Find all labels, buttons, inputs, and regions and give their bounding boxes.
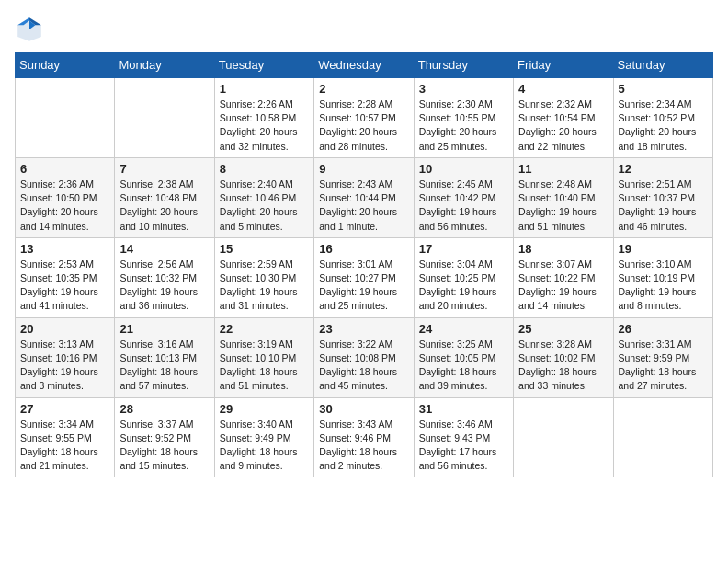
weekday-header-thursday: Thursday: [414, 52, 513, 78]
day-info: Sunrise: 3:13 AM Sunset: 10:16 PM Daylig…: [20, 338, 109, 394]
day-number: 11: [518, 162, 608, 176]
day-cell: 26Sunrise: 3:31 AM Sunset: 9:59 PM Dayli…: [613, 317, 712, 397]
weekday-header-friday: Friday: [514, 52, 613, 78]
day-cell: [514, 397, 613, 477]
week-row-1: 1Sunrise: 2:26 AM Sunset: 10:58 PM Dayli…: [16, 78, 713, 158]
day-cell: [16, 78, 115, 158]
weekday-header-tuesday: Tuesday: [214, 52, 313, 78]
day-number: 20: [20, 322, 109, 336]
day-number: 14: [119, 242, 209, 256]
day-number: 2: [319, 82, 408, 96]
day-info: Sunrise: 2:48 AM Sunset: 10:40 PM Daylig…: [518, 178, 608, 234]
day-number: 4: [518, 82, 608, 96]
day-number: 1: [220, 82, 309, 96]
weekday-header-sunday: Sunday: [16, 52, 115, 78]
day-cell: 7Sunrise: 2:38 AM Sunset: 10:48 PM Dayli…: [115, 157, 214, 237]
day-number: 15: [220, 242, 309, 256]
weekday-header-monday: Monday: [115, 52, 214, 78]
day-number: 3: [419, 82, 508, 96]
day-number: 25: [518, 322, 608, 336]
calendar: SundayMondayTuesdayWednesdayThursdayFrid…: [15, 52, 713, 477]
day-info: Sunrise: 3:07 AM Sunset: 10:22 PM Daylig…: [518, 258, 608, 314]
day-cell: 25Sunrise: 3:28 AM Sunset: 10:02 PM Dayl…: [514, 317, 613, 397]
day-cell: 22Sunrise: 3:19 AM Sunset: 10:10 PM Dayl…: [214, 317, 313, 397]
day-number: 21: [119, 322, 209, 336]
day-cell: 4Sunrise: 2:32 AM Sunset: 10:54 PM Dayli…: [514, 78, 613, 158]
day-info: Sunrise: 2:45 AM Sunset: 10:42 PM Daylig…: [419, 178, 508, 234]
day-cell: 30Sunrise: 3:43 AM Sunset: 9:46 PM Dayli…: [314, 397, 414, 477]
day-cell: 3Sunrise: 2:30 AM Sunset: 10:55 PM Dayli…: [414, 78, 513, 158]
day-cell: [613, 397, 712, 477]
day-number: 26: [619, 322, 708, 336]
day-cell: 20Sunrise: 3:13 AM Sunset: 10:16 PM Dayl…: [16, 317, 115, 397]
day-number: 23: [319, 322, 408, 336]
header: [15, 15, 713, 44]
day-info: Sunrise: 3:31 AM Sunset: 9:59 PM Dayligh…: [619, 338, 708, 394]
day-info: Sunrise: 3:37 AM Sunset: 9:52 PM Dayligh…: [119, 418, 209, 474]
day-number: 22: [220, 322, 309, 336]
weekday-header-saturday: Saturday: [613, 52, 712, 78]
day-info: Sunrise: 2:28 AM Sunset: 10:57 PM Daylig…: [319, 98, 408, 154]
day-cell: 6Sunrise: 2:36 AM Sunset: 10:50 PM Dayli…: [16, 157, 115, 237]
day-number: 17: [419, 242, 508, 256]
day-cell: 15Sunrise: 2:59 AM Sunset: 10:30 PM Dayl…: [214, 237, 313, 317]
day-cell: 11Sunrise: 2:48 AM Sunset: 10:40 PM Dayl…: [514, 157, 613, 237]
day-info: Sunrise: 2:43 AM Sunset: 10:44 PM Daylig…: [319, 178, 408, 234]
week-row-3: 13Sunrise: 2:53 AM Sunset: 10:35 PM Dayl…: [16, 237, 713, 317]
day-cell: 27Sunrise: 3:34 AM Sunset: 9:55 PM Dayli…: [16, 397, 115, 477]
day-number: 7: [119, 162, 209, 176]
day-cell: 24Sunrise: 3:25 AM Sunset: 10:05 PM Dayl…: [414, 317, 513, 397]
day-cell: 23Sunrise: 3:22 AM Sunset: 10:08 PM Dayl…: [314, 317, 414, 397]
weekday-header-wednesday: Wednesday: [314, 52, 414, 78]
day-cell: 14Sunrise: 2:56 AM Sunset: 10:32 PM Dayl…: [115, 237, 214, 317]
day-number: 30: [319, 402, 408, 416]
day-number: 31: [419, 402, 508, 416]
day-number: 12: [619, 162, 708, 176]
day-cell: 19Sunrise: 3:10 AM Sunset: 10:19 PM Dayl…: [613, 237, 712, 317]
day-number: 13: [20, 242, 109, 256]
day-info: Sunrise: 2:32 AM Sunset: 10:54 PM Daylig…: [518, 98, 608, 154]
day-info: Sunrise: 3:34 AM Sunset: 9:55 PM Dayligh…: [20, 418, 109, 474]
day-number: 10: [419, 162, 508, 176]
day-cell: 2Sunrise: 2:28 AM Sunset: 10:57 PM Dayli…: [314, 78, 414, 158]
day-info: Sunrise: 3:43 AM Sunset: 9:46 PM Dayligh…: [319, 418, 408, 474]
day-info: Sunrise: 3:04 AM Sunset: 10:25 PM Daylig…: [419, 258, 508, 314]
day-cell: 12Sunrise: 2:51 AM Sunset: 10:37 PM Dayl…: [613, 157, 712, 237]
day-number: 27: [20, 402, 109, 416]
day-cell: 5Sunrise: 2:34 AM Sunset: 10:52 PM Dayli…: [613, 78, 712, 158]
day-info: Sunrise: 3:19 AM Sunset: 10:10 PM Daylig…: [220, 338, 309, 394]
day-info: Sunrise: 2:34 AM Sunset: 10:52 PM Daylig…: [619, 98, 708, 154]
day-info: Sunrise: 3:46 AM Sunset: 9:43 PM Dayligh…: [419, 418, 508, 474]
day-info: Sunrise: 3:01 AM Sunset: 10:27 PM Daylig…: [319, 258, 408, 314]
day-cell: 8Sunrise: 2:40 AM Sunset: 10:46 PM Dayli…: [214, 157, 313, 237]
day-cell: 16Sunrise: 3:01 AM Sunset: 10:27 PM Dayl…: [314, 237, 414, 317]
day-info: Sunrise: 3:40 AM Sunset: 9:49 PM Dayligh…: [220, 418, 309, 474]
day-cell: 31Sunrise: 3:46 AM Sunset: 9:43 PM Dayli…: [414, 397, 513, 477]
day-cell: [115, 78, 214, 158]
week-row-5: 27Sunrise: 3:34 AM Sunset: 9:55 PM Dayli…: [16, 397, 713, 477]
day-number: 19: [619, 242, 708, 256]
day-info: Sunrise: 3:22 AM Sunset: 10:08 PM Daylig…: [319, 338, 408, 394]
day-cell: 1Sunrise: 2:26 AM Sunset: 10:58 PM Dayli…: [214, 78, 313, 158]
day-number: 8: [220, 162, 309, 176]
day-cell: 17Sunrise: 3:04 AM Sunset: 10:25 PM Dayl…: [414, 237, 513, 317]
day-number: 16: [319, 242, 408, 256]
day-number: 24: [419, 322, 508, 336]
day-info: Sunrise: 2:38 AM Sunset: 10:48 PM Daylig…: [119, 178, 209, 234]
day-info: Sunrise: 2:56 AM Sunset: 10:32 PM Daylig…: [119, 258, 209, 314]
day-cell: 13Sunrise: 2:53 AM Sunset: 10:35 PM Dayl…: [16, 237, 115, 317]
day-number: 9: [319, 162, 408, 176]
day-info: Sunrise: 2:40 AM Sunset: 10:46 PM Daylig…: [220, 178, 309, 234]
weekday-header-row: SundayMondayTuesdayWednesdayThursdayFrid…: [16, 52, 713, 78]
day-info: Sunrise: 2:36 AM Sunset: 10:50 PM Daylig…: [20, 178, 109, 234]
week-row-4: 20Sunrise: 3:13 AM Sunset: 10:16 PM Dayl…: [16, 317, 713, 397]
day-info: Sunrise: 2:51 AM Sunset: 10:37 PM Daylig…: [619, 178, 708, 234]
day-number: 29: [220, 402, 309, 416]
day-cell: 18Sunrise: 3:07 AM Sunset: 10:22 PM Dayl…: [514, 237, 613, 317]
day-cell: 9Sunrise: 2:43 AM Sunset: 10:44 PM Dayli…: [314, 157, 414, 237]
day-info: Sunrise: 3:10 AM Sunset: 10:19 PM Daylig…: [619, 258, 708, 314]
day-number: 6: [20, 162, 109, 176]
logo: [15, 15, 48, 44]
day-info: Sunrise: 2:26 AM Sunset: 10:58 PM Daylig…: [220, 98, 309, 154]
day-cell: 28Sunrise: 3:37 AM Sunset: 9:52 PM Dayli…: [115, 397, 214, 477]
